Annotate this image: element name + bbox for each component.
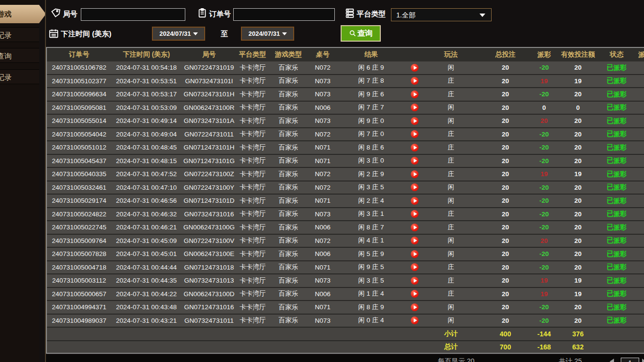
table-row: 2407310049890372024-07-31 00:43:21GN0732… [47,314,644,328]
date-from-picker[interactable]: 2024/07/31 [152,27,205,41]
order-no-input[interactable] [233,8,335,21]
cell-status: 已派彩 [601,261,632,274]
table-row: 2407310050550142024-07-31 00:49:14GN0732… [47,114,644,128]
sidebar-item-records-2[interactable]: 记录 [0,69,39,84]
replay-play-icon[interactable] [411,130,419,138]
cell-result: 闲 4 庄 1 [337,234,405,248]
cell-payout: 19 [533,274,555,287]
replay-play-icon[interactable] [411,250,419,258]
cell-type: 百家乐 [269,301,308,314]
cell-method: 庄 [424,221,478,234]
table-row: 2407310050966342024-07-31 00:53:17GN0732… [47,88,644,101]
cell-extra [632,88,644,101]
pagination-bar: 每页显示 20 共计 25 1 [46,355,644,362]
replay-cell [405,208,424,221]
cell-status: 已派彩 [601,314,632,328]
cell-order: 240731005024822 [47,208,111,221]
replay-play-icon[interactable] [411,183,419,191]
total-spacer-2 [601,341,644,354]
cell-result: 闲 8 庄 7 [337,221,405,234]
subtotal-spacer-2 [601,327,644,341]
prev-page-icon[interactable] [610,359,614,362]
cell-game: GN0712473101H [181,141,237,154]
cell-platform: 卡卡湾厅 [237,154,269,168]
replay-cell [405,128,424,141]
total-row: 总计 700 -168 632 [47,341,644,354]
replay-play-icon[interactable] [411,90,419,98]
replay-cell [405,61,424,75]
replay-play-icon[interactable] [411,224,419,231]
cell-game: GN0722473100Z [181,167,237,181]
cell-extra [632,61,644,75]
cell-time: 2024-07-31 00:46:21 [111,221,181,234]
sidebar-item-records[interactable]: 记录 [0,27,39,42]
cell-payout: -20 [533,194,555,208]
cell-extra [632,114,644,128]
cell-table: N073 [308,208,337,221]
replay-play-icon[interactable] [411,277,419,285]
cell-valid: 19 [555,75,601,88]
replay-play-icon[interactable] [411,237,419,244]
cell-platform: 卡卡湾厅 [237,128,269,141]
cell-result: 闲 7 庄 8 [337,75,405,88]
search-icon [349,30,357,37]
cell-result: 闲 3 庄 1 [337,208,405,221]
cell-status: 已派彩 [601,101,632,115]
replay-play-icon[interactable] [411,303,419,311]
replay-play-icon[interactable] [411,290,419,298]
cell-valid: 20 [555,181,601,195]
cell-type: 百家乐 [269,247,308,261]
per-page-value[interactable]: 20 [467,357,475,362]
cell-bet: 20 [478,154,533,168]
date-to-picker[interactable]: 2024/07/31 [241,27,294,41]
current-page-box[interactable]: 1 [621,358,639,362]
cell-table: N073 [308,114,337,128]
game-no-input[interactable] [81,8,185,21]
cell-method: 闲 [424,194,478,208]
cell-method: 闲 [424,101,478,115]
replay-play-icon[interactable] [411,77,419,85]
cell-payout: -20 [533,247,555,261]
table-row: 2407310050047182024-07-31 00:44:44GN0712… [47,261,644,274]
cell-platform: 卡卡湾厅 [237,101,269,115]
sidebar-item-query[interactable]: 查询 [0,48,39,63]
table-row: 2407310050006572024-07-31 00:44:22GN0062… [47,287,644,301]
cell-payout: 19 [533,167,555,181]
chevron-down-icon [479,14,485,17]
platform-select[interactable]: 1.全部 [391,8,492,21]
cell-order: 240731005040335 [47,167,111,181]
replay-play-icon[interactable] [411,64,419,72]
replay-play-icon[interactable] [411,317,419,324]
cell-platform: 卡卡湾厅 [237,301,269,314]
replay-play-icon[interactable] [411,144,419,151]
subtotal-valid: 376 [555,327,601,341]
cell-order: 240731005102377 [47,75,111,88]
replay-play-icon[interactable] [411,263,419,271]
next-page-icon[interactable] [642,359,644,362]
search-button[interactable]: 查询 [341,25,381,42]
cell-bet: 20 [478,141,533,154]
cell-payout: 19 [533,287,555,301]
replay-cell [405,75,424,88]
replay-play-icon[interactable] [411,104,419,111]
total-payout: -168 [533,341,555,354]
cell-game: GN07124731016 [181,301,237,314]
cell-game: GN0712473101G [181,154,237,168]
cell-order: 240731005009764 [47,234,111,248]
cell-platform: 卡卡湾厅 [237,88,269,101]
sidebar-item-games[interactable]: 游戏 [0,5,46,23]
cell-valid: 20 [555,247,601,261]
replay-play-icon[interactable] [411,170,419,178]
table-row: 2407310050291742024-07-31 00:46:56GN0712… [47,194,644,208]
replay-play-icon[interactable] [411,210,419,218]
cell-valid: 20 [555,261,601,274]
replay-play-icon[interactable] [411,157,419,165]
replay-play-icon[interactable] [411,197,419,205]
cell-status: 已派彩 [601,234,632,248]
replay-play-icon[interactable] [411,117,419,125]
cell-extra [632,154,644,168]
cell-valid: 20 [555,194,601,208]
cell-payout: -20 [533,314,555,328]
cell-method: 闲 [424,301,478,314]
cell-bet: 20 [478,61,533,75]
